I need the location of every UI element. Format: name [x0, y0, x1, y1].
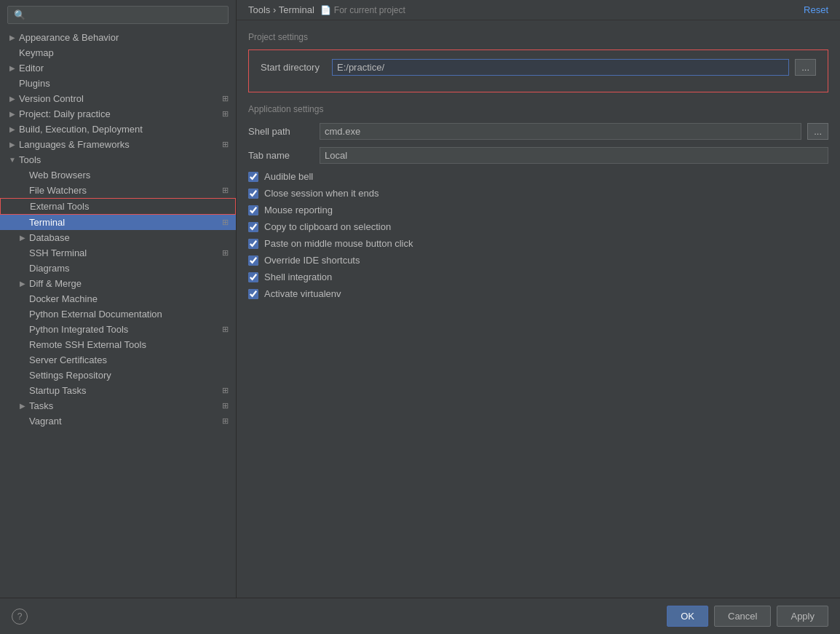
- bottom-bar: ? OK Cancel Apply: [0, 598, 840, 634]
- expand-icon-remote-ssh: [17, 340, 28, 350]
- sidebar-item-build[interactable]: ▶Build, Execution, Deployment: [0, 122, 236, 137]
- sidebar-item-project[interactable]: ▶Project: Daily practice⊞: [0, 106, 236, 122]
- checkbox-close-session[interactable]: [248, 189, 258, 199]
- expand-icon-file-watchers: [17, 186, 28, 196]
- expand-icon-project: ▶: [7, 109, 17, 119]
- sidebar-label-tools: Tools: [19, 154, 229, 165]
- breadcrumb-bar: Tools › Terminal 📄 For current project R…: [237, 0, 840, 20]
- content-area: Tools › Terminal 📄 For current project R…: [237, 0, 840, 598]
- breadcrumb-left: Tools › Terminal 📄 For current project: [248, 4, 405, 15]
- sidebar-item-languages[interactable]: ▶Languages & Frameworks⊞: [0, 137, 236, 152]
- help-button[interactable]: ?: [12, 609, 28, 625]
- sidebar-item-docker-machine[interactable]: Docker Machine: [0, 291, 236, 306]
- expand-icon-version-control: ▶: [7, 94, 17, 104]
- bottom-right: OK Cancel Apply: [667, 606, 828, 627]
- start-directory-row: Start directory ...: [261, 59, 816, 76]
- sidebar-item-keymap[interactable]: Keymap: [0, 45, 236, 60]
- sidebar-item-ssh-terminal[interactable]: SSH Terminal⊞: [0, 245, 236, 261]
- shell-path-label: Shell path: [248, 126, 314, 137]
- sidebar-item-settings-repo[interactable]: Settings Repository: [0, 368, 236, 383]
- checkbox-row-override-ide: Override IDE shortcuts: [248, 255, 828, 266]
- shell-path-row: Shell path ...: [248, 123, 828, 140]
- main-container: ▶Appearance & BehaviorKeymap▶EditorPlugi…: [0, 0, 840, 598]
- sidebar-label-build: Build, Execution, Deployment: [19, 124, 229, 135]
- right-icon-startup-tasks: ⊞: [222, 386, 229, 395]
- search-input[interactable]: [7, 6, 229, 24]
- sidebar-label-diagrams: Diagrams: [29, 263, 229, 274]
- sidebar-label-languages: Languages & Frameworks: [19, 139, 219, 150]
- checkbox-override-ide[interactable]: [248, 255, 258, 266]
- sidebar-label-remote-ssh: Remote SSH External Tools: [29, 339, 229, 350]
- sidebar-item-plugins[interactable]: Plugins: [0, 76, 236, 91]
- sidebar-item-appearance[interactable]: ▶Appearance & Behavior: [0, 30, 236, 45]
- right-icon-file-watchers: ⊞: [222, 186, 229, 195]
- expand-icon-diff-merge: ▶: [17, 279, 28, 289]
- checkbox-label-activate-virtualenv: Activate virtualenv: [264, 288, 341, 299]
- shell-path-input[interactable]: [320, 123, 801, 140]
- sidebar-item-editor[interactable]: ▶Editor: [0, 60, 236, 76]
- checkbox-label-paste-middle: Paste on middle mouse button click: [264, 238, 413, 249]
- sidebar-item-vagrant[interactable]: Vagrant⊞: [0, 413, 236, 429]
- sidebar-label-python-int-tools: Python Integrated Tools: [29, 324, 219, 335]
- checkbox-label-override-ide: Override IDE shortcuts: [264, 255, 360, 266]
- breadcrumb-project: 📄 For current project: [320, 5, 405, 15]
- checkbox-label-mouse-reporting: Mouse reporting: [264, 205, 333, 215]
- expand-icon-python-int-tools: [17, 325, 28, 335]
- sidebar-label-keymap: Keymap: [19, 47, 229, 58]
- apply-button[interactable]: Apply: [777, 606, 828, 627]
- tab-name-row: Tab name: [248, 147, 828, 164]
- expand-icon-diagrams: [17, 263, 28, 274]
- sidebar-item-web-browsers[interactable]: Web Browsers: [0, 167, 236, 183]
- right-icon-version-control: ⊞: [222, 94, 229, 103]
- checkbox-mouse-reporting[interactable]: [248, 205, 258, 215]
- ok-button[interactable]: OK: [667, 606, 708, 627]
- sidebar-item-version-control[interactable]: ▶Version Control⊞: [0, 91, 236, 106]
- sidebar-item-external-tools[interactable]: External Tools: [0, 198, 236, 215]
- sidebar-item-file-watchers[interactable]: File Watchers⊞: [0, 183, 236, 198]
- sidebar-item-diagrams[interactable]: Diagrams: [0, 261, 236, 276]
- sidebar-label-editor: Editor: [19, 63, 229, 74]
- expand-icon-editor: ▶: [7, 63, 17, 74]
- checkbox-paste-middle[interactable]: [248, 239, 258, 249]
- sidebar-item-diff-merge[interactable]: ▶Diff & Merge: [0, 276, 236, 291]
- expand-icon-web-browsers: [17, 170, 28, 181]
- sidebar-label-file-watchers: File Watchers: [29, 185, 219, 196]
- project-settings-box: Start directory ...: [248, 49, 828, 92]
- sidebar-item-database[interactable]: ▶Database: [0, 230, 236, 245]
- right-icon-python-int-tools: ⊞: [222, 325, 229, 334]
- sidebar-item-python-ext-doc[interactable]: Python External Documentation: [0, 306, 236, 322]
- sidebar-item-terminal[interactable]: Terminal⊞: [0, 215, 236, 230]
- sidebar-item-remote-ssh[interactable]: Remote SSH External Tools: [0, 337, 236, 352]
- tab-name-label: Tab name: [248, 150, 314, 161]
- expand-icon-build: ▶: [7, 124, 17, 135]
- sidebar-label-startup-tasks: Startup Tasks: [29, 385, 219, 396]
- sidebar: ▶Appearance & BehaviorKeymap▶EditorPlugi…: [0, 0, 237, 598]
- tab-name-input[interactable]: [320, 147, 828, 164]
- sidebar-label-settings-repo: Settings Repository: [29, 370, 229, 381]
- checkbox-row-activate-virtualenv: Activate virtualenv: [248, 288, 828, 299]
- sidebar-item-tools[interactable]: ▼Tools: [0, 152, 236, 167]
- sidebar-item-tasks[interactable]: ▶Tasks⊞: [0, 398, 236, 413]
- checkbox-row-shell-integration: Shell integration: [248, 272, 828, 282]
- start-directory-input[interactable]: [332, 59, 789, 76]
- sidebar-label-external-tools: External Tools: [30, 201, 228, 212]
- application-settings-label: Application settings: [248, 104, 828, 114]
- reset-link[interactable]: Reset: [804, 4, 828, 15]
- sidebar-item-python-int-tools[interactable]: Python Integrated Tools⊞: [0, 322, 236, 337]
- cancel-button[interactable]: Cancel: [714, 606, 771, 627]
- expand-icon-startup-tasks: [17, 386, 28, 396]
- checkbox-activate-virtualenv[interactable]: [248, 289, 258, 299]
- checkboxes-container: Audible bellClose session when it endsMo…: [248, 171, 828, 299]
- search-container: [0, 0, 236, 30]
- sidebar-label-diff-merge: Diff & Merge: [29, 278, 229, 289]
- checkbox-shell-integration[interactable]: [248, 272, 258, 282]
- expand-icon-docker-machine: [17, 294, 28, 304]
- sidebar-label-terminal: Terminal: [29, 217, 219, 228]
- sidebar-item-server-certs[interactable]: Server Certificates: [0, 352, 236, 368]
- start-directory-browse-btn[interactable]: ...: [795, 59, 816, 76]
- checkbox-copy-clipboard[interactable]: [248, 222, 258, 232]
- right-icon-ssh-terminal: ⊞: [222, 248, 229, 258]
- shell-path-browse-btn[interactable]: ...: [807, 123, 828, 140]
- checkbox-audible-bell[interactable]: [248, 172, 258, 182]
- sidebar-item-startup-tasks[interactable]: Startup Tasks⊞: [0, 383, 236, 398]
